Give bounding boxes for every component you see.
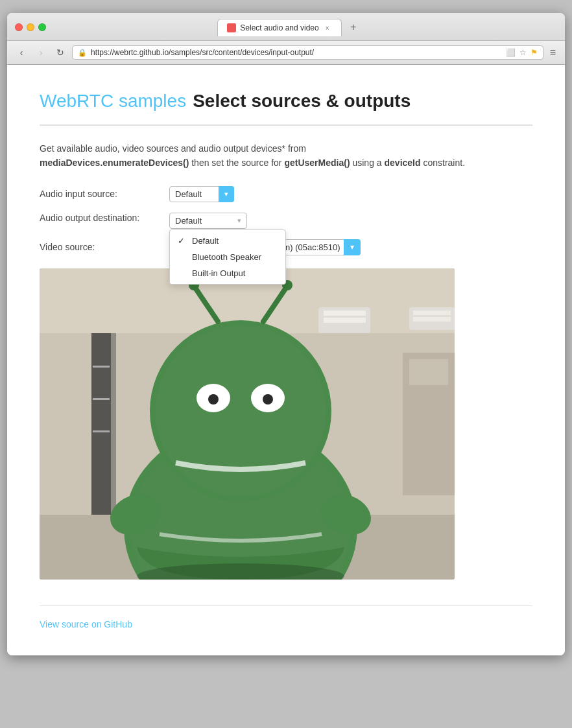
svg-rect-5 (324, 311, 366, 316)
audio-output-dropdown: Default ▾ ✓ Default ✓ Bluetooth Speaker (169, 213, 247, 229)
svg-rect-6 (324, 318, 366, 323)
svg-point-19 (263, 394, 273, 405)
option-label-default: Default (192, 236, 219, 246)
option-label-bluetooth: Bluetooth Speaker (192, 252, 261, 262)
browser-chrome: Select audio and video × + ‹ › ↻ 🔒 https… (7, 13, 565, 65)
option-label-builtin: Built-in Output (192, 268, 245, 278)
tab-close-button[interactable]: × (323, 23, 332, 32)
lock-icon: 🔒 (78, 49, 87, 57)
audio-input-select[interactable]: Default (169, 186, 234, 202)
browser-tab[interactable]: Select audio and video × (217, 19, 341, 36)
audio-input-label: Audio input source: (40, 189, 169, 199)
flag-icon[interactable]: ⚑ (530, 48, 538, 57)
close-button[interactable] (15, 23, 23, 31)
audio-input-row: Audio input source: Default ▾ (40, 186, 532, 202)
desc-text-4: constraint. (421, 158, 465, 168)
nav-bar: ‹ › ↻ 🔒 https://webrtc.github.io/samples… (7, 40, 565, 64)
url-text: https://webrtc.github.io/samples/src/con… (91, 48, 502, 57)
svg-rect-28 (409, 359, 448, 385)
address-icons: ⬜ ☆ ⚑ (506, 48, 538, 57)
desc-code-2: getUserMedia() (284, 158, 350, 168)
minimize-button[interactable] (27, 23, 34, 31)
traffic-lights (15, 23, 46, 31)
svg-rect-8 (111, 333, 116, 515)
tab-favicon (227, 23, 236, 32)
audio-input-select-wrapper: Default ▾ (169, 186, 234, 202)
refresh-button[interactable]: ↻ (53, 45, 68, 60)
browser-menu-button[interactable]: ≡ (547, 45, 558, 60)
bookmark-icon[interactable]: ☆ (519, 48, 527, 57)
video-container (40, 268, 455, 580)
browser-window: Select audio and video × + ‹ › ↻ 🔒 https… (7, 13, 565, 655)
github-link[interactable]: View source on GitHub (40, 619, 132, 629)
page-footer: View source on GitHub (40, 605, 532, 629)
svg-rect-7 (91, 333, 111, 515)
camera-icon: ⬜ (506, 48, 516, 57)
audio-output-menu: ✓ Default ✓ Bluetooth Speaker ✓ Built-in… (169, 229, 286, 285)
svg-rect-11 (93, 430, 110, 432)
desc-text-1: Get available audio, video sources and a… (40, 143, 306, 154)
audio-output-button[interactable]: Default ▾ (169, 213, 247, 229)
svg-rect-9 (93, 366, 110, 368)
desc-text-3: using a (350, 158, 385, 168)
tab-title: Select audio and video (240, 23, 318, 32)
title-bar: Select audio and video × + (7, 13, 565, 40)
svg-rect-10 (93, 398, 110, 400)
video-feed (40, 268, 455, 580)
audio-output-row: Audio output destination: Default ▾ ✓ De… (40, 213, 532, 229)
svg-rect-31 (413, 317, 451, 322)
title-brand: WebRTC samples (40, 91, 186, 112)
dropdown-arrow: ▾ (237, 217, 241, 225)
audio-output-option-bluetooth[interactable]: ✓ Bluetooth Speaker (170, 249, 285, 265)
page-title: WebRTC samples Select sources & outputs (40, 91, 532, 112)
video-source-row: Video source: FaceTime HD Camera (Built-… (40, 239, 532, 255)
checkmark-default: ✓ (178, 236, 187, 246)
new-tab-button[interactable]: + (344, 18, 363, 36)
description: Get available audio, video sources and a… (40, 141, 532, 170)
svg-point-18 (208, 394, 219, 405)
title-main: Select sources & outputs (193, 91, 411, 112)
forward-button[interactable]: › (33, 45, 49, 60)
back-button[interactable]: ‹ (14, 45, 29, 60)
audio-output-option-default[interactable]: ✓ Default (170, 233, 285, 249)
page-header: WebRTC samples Select sources & outputs (40, 91, 532, 126)
audio-output-label: Audio output destination: (40, 213, 169, 223)
desc-text-2: then set the source for (189, 158, 284, 168)
audio-output-value: Default (175, 216, 202, 226)
desc-code-1: mediaDevices.enumerateDevices() (40, 158, 189, 168)
video-source-label: Video source: (40, 242, 169, 252)
svg-rect-30 (413, 311, 451, 315)
controls: Audio input source: Default ▾ Audio outp… (40, 186, 532, 255)
audio-output-option-builtin[interactable]: ✓ Built-in Output (170, 265, 285, 281)
maximize-button[interactable] (38, 23, 46, 31)
desc-code-3: deviceId (385, 158, 421, 168)
address-bar[interactable]: 🔒 https://webrtc.github.io/samples/src/c… (72, 45, 543, 60)
page-content: WebRTC samples Select sources & outputs … (7, 65, 565, 655)
